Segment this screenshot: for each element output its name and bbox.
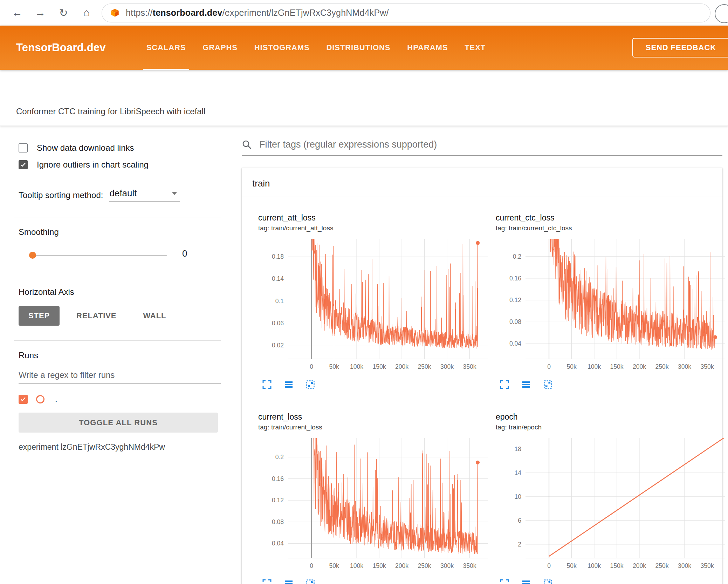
chart-tag: tag: train/current_att_loss bbox=[258, 224, 489, 232]
expand-chart-icon[interactable] bbox=[262, 578, 272, 584]
smoothing-value-field[interactable]: 0 bbox=[178, 248, 221, 262]
tab-distributions[interactable]: DISTRIBUTIONS bbox=[318, 26, 399, 70]
axis-wall-button[interactable]: WALL bbox=[133, 306, 176, 326]
tag-filter-input[interactable] bbox=[259, 139, 722, 150]
line-chart-current-att-loss[interactable]: 0.020.060.10.140.18050k100k150k200k250k3… bbox=[258, 236, 489, 374]
smoothing-slider-row: 0 bbox=[19, 247, 221, 263]
svg-text:0: 0 bbox=[310, 562, 313, 569]
tab-graphs[interactable]: GRAPHS bbox=[194, 26, 246, 70]
line-chart-current-loss[interactable]: 0.040.080.120.160.2050k100k150k200k250k3… bbox=[258, 435, 489, 573]
svg-text:18: 18 bbox=[515, 446, 521, 453]
svg-text:0.08: 0.08 bbox=[272, 518, 284, 525]
horizontal-axis-label: Horizontal Axis bbox=[19, 287, 221, 297]
line-chart-epoch[interactable]: 26101418050k100k150k200k250k300k350k bbox=[496, 435, 727, 573]
svg-text:0.2: 0.2 bbox=[513, 253, 521, 260]
sidebar-divider bbox=[14, 340, 221, 341]
chart-toolbar bbox=[496, 379, 727, 390]
line-chart-current-ctc-loss[interactable]: 0.040.080.120.160.2050k100k150k200k250k3… bbox=[496, 236, 727, 374]
home-icon[interactable]: ⌂ bbox=[79, 7, 94, 19]
svg-text:14: 14 bbox=[515, 469, 522, 476]
svg-text:150k: 150k bbox=[610, 363, 624, 370]
data-table-icon[interactable] bbox=[283, 578, 294, 584]
run-color-indicator bbox=[36, 395, 44, 403]
tab-scalars[interactable]: SCALARS bbox=[138, 26, 194, 70]
tensorboard-favicon bbox=[110, 8, 120, 18]
expand-chart-icon[interactable] bbox=[262, 379, 272, 390]
tab-hparams[interactable]: HPARAMS bbox=[399, 26, 456, 70]
section-title[interactable]: train bbox=[242, 168, 722, 197]
chart-title: epoch bbox=[496, 412, 727, 422]
svg-text:100k: 100k bbox=[350, 363, 363, 370]
svg-text:0.14: 0.14 bbox=[272, 275, 284, 282]
main-content: train current_att_loss tag: train/curren… bbox=[242, 125, 725, 584]
svg-text:0.12: 0.12 bbox=[509, 297, 521, 304]
svg-text:10: 10 bbox=[515, 493, 522, 500]
fit-domain-icon[interactable] bbox=[543, 379, 553, 390]
toggle-all-runs-button[interactable]: TOGGLE ALL RUNS bbox=[19, 413, 218, 433]
chart-card-current-att-loss: current_att_loss tag: train/current_att_… bbox=[258, 213, 489, 390]
back-icon[interactable]: ← bbox=[10, 7, 25, 19]
chart-tag: tag: train/epoch bbox=[496, 423, 727, 431]
refresh-icon[interactable]: ↻ bbox=[56, 7, 71, 19]
svg-text:50k: 50k bbox=[566, 562, 576, 569]
axis-relative-button[interactable]: RELATIVE bbox=[67, 306, 126, 326]
browser-nav-icons: ← → ↻ ⌂ bbox=[10, 7, 94, 19]
smoothing-slider[interactable] bbox=[30, 255, 167, 256]
fit-domain-icon[interactable] bbox=[543, 578, 553, 584]
url-bar[interactable]: https://tensorboard.dev/experiment/lzGnE… bbox=[102, 4, 710, 22]
svg-text:150k: 150k bbox=[373, 562, 386, 569]
runs-label: Runs bbox=[19, 351, 221, 360]
chart-toolbar bbox=[496, 578, 727, 584]
smoothing-label: Smoothing bbox=[19, 227, 221, 237]
checkmark-icon bbox=[20, 396, 26, 402]
data-table-icon[interactable] bbox=[521, 578, 531, 584]
svg-text:0.2: 0.2 bbox=[275, 454, 284, 461]
svg-text:6: 6 bbox=[518, 517, 521, 524]
expand-chart-icon[interactable] bbox=[499, 379, 510, 390]
tooltip-sorting-label: Tooltip sorting method: bbox=[19, 190, 103, 202]
runs-filter-input[interactable] bbox=[19, 370, 221, 384]
app-title: TensorBoard.dev bbox=[16, 41, 106, 54]
svg-text:0.12: 0.12 bbox=[272, 497, 284, 504]
app-header: TensorBoard.dev SCALARS GRAPHS HISTOGRAM… bbox=[0, 26, 728, 70]
fit-domain-icon[interactable] bbox=[305, 578, 316, 584]
run-checkbox[interactable] bbox=[19, 395, 28, 404]
chart-tag: tag: train/current_loss bbox=[258, 423, 489, 431]
chart-card-current-ctc-loss: current_ctc_loss tag: train/current_ctc_… bbox=[496, 213, 727, 390]
svg-text:350k: 350k bbox=[700, 562, 714, 569]
svg-text:0.1: 0.1 bbox=[275, 298, 284, 305]
sidebar-divider bbox=[14, 277, 221, 277]
svg-text:350k: 350k bbox=[463, 363, 476, 370]
chevron-down-icon bbox=[172, 192, 177, 195]
forward-icon[interactable]: → bbox=[33, 7, 48, 19]
send-feedback-button[interactable]: SEND FEEDBACK bbox=[632, 38, 728, 57]
svg-text:300k: 300k bbox=[440, 363, 454, 370]
expand-chart-icon[interactable] bbox=[499, 578, 510, 584]
tooltip-sorting-dropdown[interactable]: default bbox=[109, 188, 180, 202]
svg-text:0.06: 0.06 bbox=[272, 320, 284, 327]
svg-text:350k: 350k bbox=[463, 562, 476, 569]
svg-text:300k: 300k bbox=[678, 562, 691, 569]
tab-histograms[interactable]: HISTOGRAMS bbox=[246, 26, 318, 70]
svg-text:350k: 350k bbox=[700, 363, 714, 370]
show-download-links-checkbox[interactable] bbox=[19, 143, 28, 152]
sidebar-divider bbox=[14, 217, 221, 217]
svg-text:50k: 50k bbox=[329, 363, 339, 370]
smoothing-slider-thumb[interactable] bbox=[29, 252, 36, 259]
svg-text:250k: 250k bbox=[418, 562, 431, 569]
fit-domain-icon[interactable] bbox=[305, 379, 316, 390]
avatar[interactable] bbox=[715, 4, 728, 23]
show-download-links-label: Show data download links bbox=[37, 143, 134, 153]
nav-tabs: SCALARS GRAPHS HISTOGRAMS DISTRIBUTIONS … bbox=[138, 26, 494, 70]
svg-text:50k: 50k bbox=[329, 562, 339, 569]
svg-text:150k: 150k bbox=[610, 562, 624, 569]
data-table-icon[interactable] bbox=[521, 379, 531, 390]
tab-text[interactable]: TEXT bbox=[456, 26, 494, 70]
data-table-icon[interactable] bbox=[283, 379, 294, 390]
runs-filter-row bbox=[19, 370, 221, 384]
svg-text:200k: 200k bbox=[633, 562, 646, 569]
svg-text:100k: 100k bbox=[350, 562, 363, 569]
axis-step-button[interactable]: STEP bbox=[19, 306, 60, 326]
ignore-outliers-checkbox[interactable] bbox=[19, 160, 28, 169]
charts-grid: current_att_loss tag: train/current_att_… bbox=[242, 197, 722, 584]
